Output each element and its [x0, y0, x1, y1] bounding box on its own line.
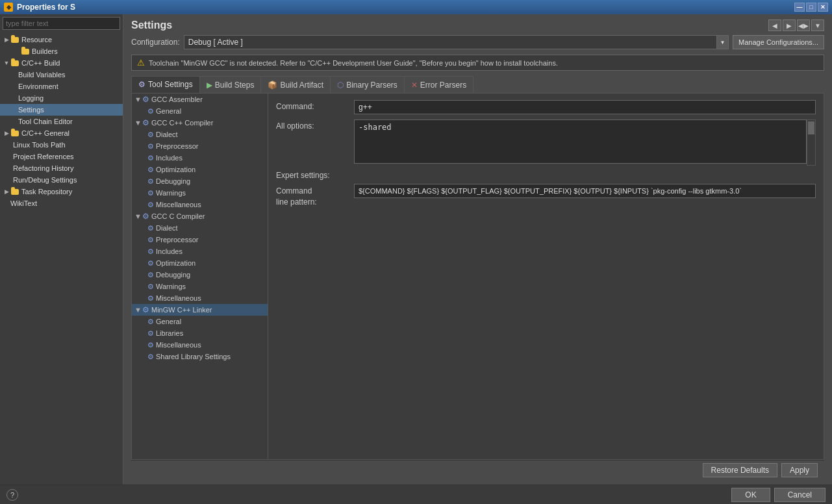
all-options-textarea[interactable]: [354, 120, 807, 164]
tab-build-steps[interactable]: ▶ Build Steps: [200, 76, 262, 93]
sidebar-label-project-references: Project References: [13, 153, 74, 160]
tree-gcc-assembler-general[interactable]: ⚙ General: [132, 105, 268, 117]
sidebar-label-task-repository: Task Repository: [21, 188, 72, 195]
sidebar-item-refactoring-history[interactable]: Refactoring History: [0, 162, 123, 174]
sidebar-item-logging[interactable]: Logging: [0, 92, 123, 104]
sidebar-item-cpp-build[interactable]: ▼ C/C++ Build: [0, 57, 123, 69]
tree-gcc-c-compiler[interactable]: ▼ ⚙ GCC C Compiler: [132, 210, 268, 222]
minimize-button[interactable]: —: [794, 3, 805, 12]
sidebar-label-run-debug-settings: Run/Debug Settings: [13, 176, 77, 184]
footer-bar: ? OK Cancel: [0, 485, 832, 504]
tree-c-warnings[interactable]: ⚙ Warnings: [132, 281, 268, 292]
assembler-general-icon: ⚙: [147, 107, 154, 116]
tree-shared-library[interactable]: ⚙ Shared Library Settings: [132, 351, 268, 362]
sidebar-label-cpp-general: C/C++ General: [21, 129, 69, 137]
nav-sync-button[interactable]: ◀▶: [797, 19, 810, 31]
config-label: Configuration:: [131, 38, 180, 47]
tabs: ⚙ Tool Settings ▶ Build Steps 📦 Build Ar…: [131, 76, 824, 94]
tree-warnings[interactable]: ⚙ Warnings: [132, 187, 268, 199]
tree-includes[interactable]: ⚙ Includes: [132, 152, 268, 164]
sidebar-item-task-repository[interactable]: ▶ Task Repository: [0, 186, 123, 197]
tree-c-miscellaneous[interactable]: ⚙ Miscellaneous: [132, 292, 268, 304]
all-options-scrollbar[interactable]: [807, 120, 816, 166]
tree-optimization[interactable]: ⚙ Optimization: [132, 164, 268, 175]
content-area: Settings ◀ ▶ ◀▶ ▼ Configuration: Debug […: [123, 14, 832, 485]
restore-defaults-button[interactable]: Restore Defaults: [703, 463, 777, 477]
sidebar-item-resource[interactable]: ▶ Resource: [0, 34, 123, 45]
tab-error-parsers[interactable]: ✕ Error Parsers: [405, 76, 473, 93]
sidebar-item-run-debug-settings[interactable]: Run/Debug Settings: [0, 174, 123, 186]
sidebar-item-builders[interactable]: Builders: [0, 45, 123, 57]
tree-c-includes[interactable]: ⚙ Includes: [132, 246, 268, 257]
folder-icon-resource: [10, 35, 19, 44]
command-input[interactable]: [354, 100, 816, 114]
sidebar: ▶ Resource Builders ▼ C/C++ Bu: [0, 14, 123, 485]
sidebar-item-build-variables[interactable]: Build Variables: [0, 69, 123, 81]
warning-bar: ⚠ Toolchain "MinGW GCC" is not detected.…: [131, 55, 824, 71]
maximize-button[interactable]: □: [806, 3, 816, 12]
tree-gcc-assembler[interactable]: ▼ ⚙ GCC Assembler: [132, 94, 268, 105]
config-select[interactable]: Debug [ Active ] ▼: [184, 35, 729, 49]
tree-toggle-resource: ▶: [3, 36, 10, 44]
tree-c-debugging[interactable]: ⚙ Debugging: [132, 269, 268, 281]
title-bar-title: Properties for S: [17, 3, 75, 12]
ok-button[interactable]: OK: [731, 488, 770, 502]
nav-forward-button[interactable]: ▶: [783, 19, 796, 31]
command-line-pattern-label: Commandline pattern:: [276, 184, 354, 208]
warning-icon: ⚠: [137, 58, 145, 68]
nav-back-button[interactable]: ◀: [768, 19, 781, 31]
close-button[interactable]: ✕: [818, 3, 828, 12]
tree-dialect[interactable]: ⚙ Dialect: [132, 129, 268, 140]
sidebar-label-settings: Settings: [18, 106, 44, 114]
tree-linker-misc[interactable]: ⚙ Miscellaneous: [132, 339, 268, 351]
sidebar-filter-input[interactable]: [3, 17, 120, 30]
tree-mingw-linker[interactable]: ▼ ⚙ MinGW C++ Linker: [132, 304, 268, 316]
tree-miscellaneous[interactable]: ⚙ Miscellaneous: [132, 199, 268, 210]
sidebar-item-environment[interactable]: Environment: [0, 81, 123, 92]
tab-binary-parsers[interactable]: ⬡ Binary Parsers: [331, 76, 405, 93]
manage-configurations-button[interactable]: Manage Configurations...: [733, 35, 824, 49]
gcc-assembler-icon: ⚙: [142, 95, 149, 104]
apply-button[interactable]: Apply: [781, 463, 818, 477]
sidebar-item-settings[interactable]: Settings: [0, 104, 123, 116]
tree-libraries[interactable]: ⚙ Libraries: [132, 327, 268, 339]
config-value: Debug [ Active ]: [184, 36, 716, 48]
sidebar-tree: ▶ Resource Builders ▼ C/C++ Bu: [0, 32, 123, 485]
command-label: Command:: [276, 100, 354, 111]
folder-icon-cpp-general: [10, 129, 19, 138]
tree-c-optimization[interactable]: ⚙ Optimization: [132, 257, 268, 269]
tree-c-preprocessor[interactable]: ⚙ Preprocessor: [132, 234, 268, 246]
sidebar-label-refactoring-history: Refactoring History: [13, 164, 74, 172]
title-bar-icon: ◆: [4, 3, 13, 12]
config-dropdown-arrow[interactable]: ▼: [716, 36, 728, 49]
binary-parsers-icon: ⬡: [337, 81, 344, 90]
help-button[interactable]: ?: [6, 489, 18, 501]
tree-preprocessor[interactable]: ⚙ Preprocessor: [132, 140, 268, 152]
bottom-bar: Restore Defaults Apply: [131, 460, 824, 479]
nav-menu-button[interactable]: ▼: [811, 19, 824, 31]
tree-c-dialect[interactable]: ⚙ Dialect: [132, 222, 268, 234]
sidebar-label-wikitext: WikiText: [10, 199, 37, 207]
tree-debugging[interactable]: ⚙ Debugging: [132, 175, 268, 187]
gcc-cpp-compiler-icon: ⚙: [142, 118, 149, 127]
expert-settings-label: Expert settings:: [276, 171, 330, 180]
sidebar-item-tool-chain-editor[interactable]: Tool Chain Editor: [0, 116, 123, 127]
sidebar-item-wikitext[interactable]: WikiText: [0, 197, 123, 209]
sidebar-label-resource: Resource: [21, 36, 52, 44]
tree-linker-general[interactable]: ⚙ General: [132, 316, 268, 327]
tree-gcc-cpp-compiler[interactable]: ▼ ⚙ GCC C++ Compiler: [132, 117, 268, 129]
cancel-button[interactable]: Cancel: [774, 488, 826, 502]
sidebar-item-linux-tools-path[interactable]: Linux Tools Path: [0, 139, 123, 151]
folder-icon-builders: [21, 47, 30, 56]
sidebar-label-cpp-build: C/C++ Build: [21, 59, 60, 67]
build-steps-icon: ▶: [207, 81, 212, 90]
sidebar-item-cpp-general[interactable]: ▶ C/C++ General: [0, 127, 123, 139]
command-line-pattern-input[interactable]: [354, 184, 816, 198]
folder-icon-task-repo: [10, 187, 19, 196]
title-bar: ◆ Properties for S — □ ✕: [0, 0, 832, 14]
tab-build-artifact[interactable]: 📦 Build Artifact: [261, 76, 331, 93]
sidebar-item-project-references[interactable]: Project References: [0, 151, 123, 162]
tab-tool-settings[interactable]: ⚙ Tool Settings: [131, 76, 200, 93]
folder-icon-cpp-build: [10, 58, 19, 68]
sidebar-label-builders: Builders: [32, 47, 58, 55]
